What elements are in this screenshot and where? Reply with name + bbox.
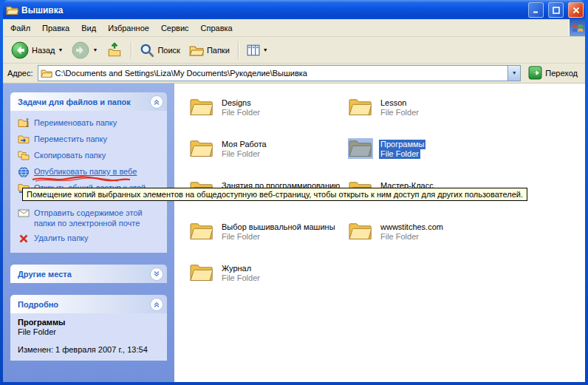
email-icon <box>18 208 30 219</box>
forward-button[interactable]: ▼ <box>68 39 101 61</box>
menu-item-tools[interactable]: Сервис <box>155 21 195 35</box>
file-labels: Моя Работа File Folder <box>220 138 268 159</box>
file-name: Программы <box>379 140 425 149</box>
folder-icon <box>189 97 214 117</box>
task-email-folder[interactable]: Отправить содержимое этой папки по элект… <box>18 205 161 231</box>
expand-chevron-icon[interactable] <box>150 268 163 281</box>
addressbar: Адрес: C:\Documents and Settings\Liza\My… <box>3 64 585 84</box>
back-icon <box>11 41 29 59</box>
folders-icon <box>189 44 204 57</box>
task-copy-folder[interactable]: Скопировать папку <box>18 148 161 164</box>
folder-icon <box>189 262 214 283</box>
folders-button[interactable]: Папки <box>185 41 233 59</box>
file-item[interactable]: Журнал File Folder <box>189 262 348 304</box>
task-move-folder[interactable]: Переместить папку <box>18 132 161 148</box>
up-button[interactable] <box>103 40 126 61</box>
file-name: wwwstitches.com <box>379 222 445 232</box>
other-places-title: Другие места <box>18 270 150 279</box>
file-labels: Выбор вышивальной машины File Folder <box>220 221 337 242</box>
file-labels: wwwstitches.com File Folder <box>379 221 445 242</box>
toolbar-separator <box>238 41 239 59</box>
file-name: Моя Работа <box>220 140 268 149</box>
rename-folder-icon <box>18 117 30 129</box>
details-file-type: File Folder <box>18 327 161 336</box>
file-type: File Folder <box>220 149 261 159</box>
file-item[interactable]: wwwstitches.com File Folder <box>348 221 507 262</box>
back-button[interactable]: Назад ▼ <box>7 39 66 61</box>
move-folder-icon <box>18 134 30 146</box>
copy-folder-icon <box>18 150 30 162</box>
explorer-window: Вышивка Файл Правка Вид Избранное Сервис… <box>0 0 588 385</box>
search-label: Поиск <box>157 46 180 55</box>
file-list-area: Designs File Folder <box>174 84 585 382</box>
details-body: Программы File Folder Изменен: 1 февраля… <box>10 313 167 361</box>
views-button[interactable]: ▼ <box>243 41 272 59</box>
file-item[interactable]: Программы File Folder <box>348 138 507 180</box>
window-folder-icon <box>6 4 18 16</box>
menu-item-file[interactable]: Файл <box>4 21 36 35</box>
maximize-button[interactable] <box>548 2 564 18</box>
folder-icon <box>348 138 373 159</box>
details-title: Подробно <box>18 300 150 309</box>
section-details: Подробно Программы File Folder Изменен: … <box>10 295 167 361</box>
file-tasks-header[interactable]: Задачи для файлов и папок <box>10 92 167 111</box>
file-labels: Журнал File Folder <box>220 262 261 283</box>
search-icon <box>140 43 154 58</box>
file-labels: Программы File Folder <box>379 138 425 159</box>
views-icon <box>247 44 260 57</box>
menubar: Файл Правка Вид Избранное Сервис Справка <box>3 19 585 37</box>
file-type: File Folder <box>220 273 261 283</box>
file-item[interactable]: Выбор вышивальной машины File Folder <box>189 221 348 262</box>
menu-item-help[interactable]: Справка <box>195 21 239 35</box>
menu-item-favorites[interactable]: Избранное <box>102 21 155 35</box>
window-title: Вышивка <box>21 5 524 16</box>
maximize-icon <box>553 7 560 14</box>
titlebar: Вышивка <box>3 0 585 19</box>
go-button[interactable]: Переход <box>525 65 581 81</box>
file-item[interactable]: Моя Работа File Folder <box>189 138 348 180</box>
task-publish-folder[interactable]: Опубликовать папку в вебе <box>18 164 161 180</box>
details-header[interactable]: Подробно <box>10 295 167 313</box>
menu-item-edit[interactable]: Правка <box>36 21 75 35</box>
file-labels: Designs File Folder <box>220 97 261 117</box>
back-caret-icon: ▼ <box>58 47 64 52</box>
file-type: File Folder <box>220 232 261 242</box>
details-file-name: Программы <box>18 318 161 327</box>
window-body: Задачи для файлов и папок Переименовать … <box>3 84 585 382</box>
folder-icon <box>189 138 214 159</box>
file-name: Designs <box>220 98 253 108</box>
views-caret-icon: ▼ <box>263 47 268 52</box>
task-delete-folder[interactable]: Удалить папку <box>18 231 161 247</box>
collapse-chevron-icon[interactable] <box>150 298 163 311</box>
file-type: File Folder <box>220 108 261 117</box>
toolbar: Назад ▼ ▼ <box>3 37 585 64</box>
address-dropdown-button[interactable]: ▼ <box>507 66 520 81</box>
taskpane: Задачи для файлов и папок Переименовать … <box>3 84 174 382</box>
folders-label: Папки <box>207 46 230 55</box>
file-labels: Lesson File Folder <box>379 97 420 117</box>
folder-icon <box>348 97 373 117</box>
section-other-places: Другие места <box>10 265 167 283</box>
publish-tooltip: Помещение копий выбранных элементов на о… <box>22 188 527 201</box>
file-type: File Folder <box>379 108 420 117</box>
file-tasks-body: Переименовать папку Переместить папку <box>10 111 167 253</box>
file-type: File Folder <box>379 149 420 159</box>
minimize-button[interactable] <box>528 2 544 18</box>
file-item[interactable]: Designs File Folder <box>189 97 348 138</box>
search-button[interactable]: Поиск <box>136 41 183 60</box>
address-combobox[interactable]: C:\Documents and Settings\Liza\My Docume… <box>38 65 522 81</box>
folder-icon <box>189 221 214 242</box>
other-places-header[interactable]: Другие места <box>10 265 167 283</box>
menu-item-view[interactable]: Вид <box>75 21 102 35</box>
close-button[interactable] <box>568 2 584 18</box>
task-rename-folder[interactable]: Переименовать папку <box>18 115 161 132</box>
windows-logo-icon <box>569 19 585 36</box>
file-item[interactable]: Lesson File Folder <box>348 97 507 138</box>
forward-icon <box>72 41 89 59</box>
file-name: Журнал <box>220 264 253 273</box>
collapse-chevron-icon[interactable] <box>150 95 163 109</box>
details-modified: Изменен: 1 февраля 2007 г., 13:54 <box>18 345 161 355</box>
minimize-icon <box>533 7 540 13</box>
go-arrow-icon <box>528 66 542 80</box>
file-name: Выбор вышивальной машины <box>220 222 337 232</box>
